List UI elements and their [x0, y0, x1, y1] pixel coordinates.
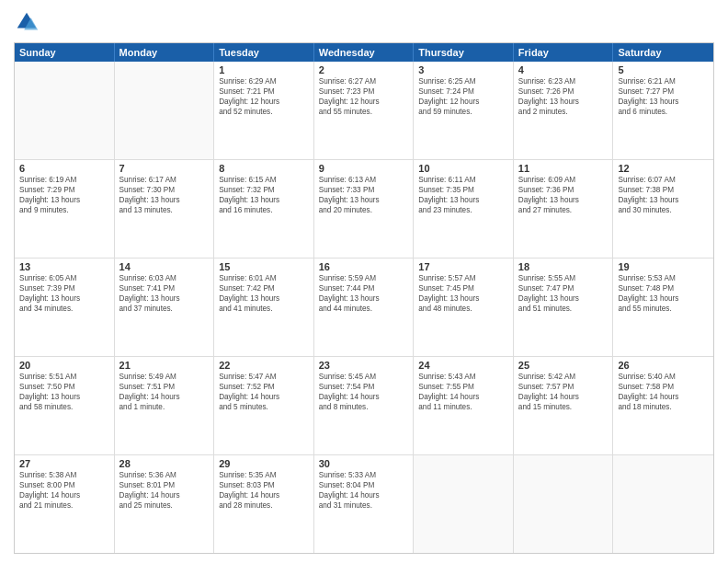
cell-line: and 37 minutes. [119, 304, 210, 314]
calendar-cell-1-3: 9Sunrise: 6:13 AMSunset: 7:33 PMDaylight… [314, 160, 415, 258]
calendar-cell-4-5 [514, 455, 614, 553]
cell-line: Daylight: 13 hours [19, 392, 109, 402]
cell-line: Daylight: 13 hours [219, 195, 309, 205]
cell-line: Sunrise: 5:40 AM [618, 372, 709, 382]
day-number: 4 [518, 64, 609, 75]
cell-line: and 8 minutes. [319, 402, 409, 412]
page: SundayMondayTuesdayWednesdayThursdayFrid… [0, 0, 728, 563]
cell-line: Sunset: 7:47 PM [518, 283, 609, 293]
calendar-cell-3-0: 20Sunrise: 5:51 AMSunset: 7:50 PMDayligh… [15, 357, 115, 454]
cell-line: Daylight: 13 hours [119, 293, 210, 304]
cell-line: and 28 minutes. [219, 500, 309, 511]
cell-line: Sunrise: 6:27 AM [319, 76, 409, 86]
cell-line: and 41 minutes. [219, 304, 309, 314]
weekday-header-thursday: Thursday [414, 43, 514, 62]
cell-line: Daylight: 14 hours [319, 490, 409, 500]
calendar-row-2: 13Sunrise: 6:05 AMSunset: 7:39 PMDayligh… [15, 259, 713, 357]
cell-line: and 44 minutes. [319, 304, 409, 314]
cell-line: Sunrise: 5:57 AM [418, 273, 508, 283]
cell-line: Sunrise: 6:25 AM [418, 76, 508, 86]
calendar-header: SundayMondayTuesdayWednesdayThursdayFrid… [15, 43, 713, 62]
cell-line: Daylight: 14 hours [19, 490, 109, 500]
cell-line: Daylight: 13 hours [618, 195, 709, 205]
calendar-cell-2-2: 15Sunrise: 6:01 AMSunset: 7:42 PMDayligh… [214, 259, 314, 356]
day-number: 6 [19, 163, 109, 174]
cell-line: and 11 minutes. [418, 402, 508, 412]
cell-line: Daylight: 14 hours [219, 490, 309, 500]
cell-line: and 20 minutes. [319, 205, 409, 215]
calendar-cell-4-0: 27Sunrise: 5:38 AMSunset: 8:00 PMDayligh… [15, 455, 115, 553]
weekday-header-wednesday: Wednesday [314, 43, 415, 62]
cell-line: and 55 minutes. [319, 107, 409, 117]
calendar-cell-0-0 [15, 62, 115, 159]
calendar-cell-0-4: 3Sunrise: 6:25 AMSunset: 7:24 PMDaylight… [414, 62, 514, 159]
calendar-row-1: 6Sunrise: 6:19 AMSunset: 7:29 PMDaylight… [15, 160, 713, 259]
cell-line: Sunset: 7:57 PM [518, 382, 609, 392]
cell-line: Daylight: 14 hours [319, 392, 409, 402]
cell-line: and 21 minutes. [19, 500, 109, 511]
cell-line: Daylight: 13 hours [418, 195, 508, 205]
cell-line: and 16 minutes. [219, 205, 309, 215]
day-number: 27 [19, 458, 109, 469]
day-number: 18 [518, 261, 609, 272]
cell-line: and 9 minutes. [19, 205, 109, 215]
calendar-cell-1-5: 11Sunrise: 6:09 AMSunset: 7:36 PMDayligh… [514, 160, 614, 258]
cell-line: Sunrise: 5:33 AM [319, 470, 409, 480]
day-number: 25 [518, 360, 609, 371]
cell-line: and 58 minutes. [19, 402, 109, 412]
cell-line: and 55 minutes. [618, 304, 709, 314]
calendar-cell-3-1: 21Sunrise: 5:49 AMSunset: 7:51 PMDayligh… [115, 357, 215, 454]
cell-line: and 59 minutes. [418, 107, 508, 117]
cell-line: Sunrise: 5:43 AM [418, 372, 508, 382]
cell-line: Daylight: 13 hours [418, 293, 508, 304]
calendar-cell-2-0: 13Sunrise: 6:05 AMSunset: 7:39 PMDayligh… [15, 259, 115, 356]
cell-line: Sunrise: 5:51 AM [19, 372, 109, 382]
cell-line: Daylight: 14 hours [119, 392, 210, 402]
day-number: 23 [319, 360, 409, 371]
cell-line: Daylight: 13 hours [618, 97, 709, 107]
calendar-cell-3-5: 25Sunrise: 5:42 AMSunset: 7:57 PMDayligh… [514, 357, 614, 454]
cell-line: Daylight: 13 hours [319, 195, 409, 205]
cell-line: Sunrise: 5:35 AM [219, 470, 309, 480]
day-number: 14 [119, 261, 210, 272]
day-number: 13 [19, 261, 109, 272]
cell-line: Sunset: 7:51 PM [119, 382, 210, 392]
cell-line: Sunset: 7:39 PM [19, 283, 109, 293]
cell-line: Sunrise: 6:05 AM [19, 273, 109, 283]
cell-line: Sunset: 7:33 PM [319, 185, 409, 195]
weekday-header-monday: Monday [115, 43, 215, 62]
cell-line: Sunrise: 5:45 AM [319, 372, 409, 382]
cell-line: Sunset: 8:00 PM [19, 480, 109, 490]
cell-line: Daylight: 13 hours [19, 293, 109, 304]
calendar-cell-4-4 [414, 455, 514, 553]
day-number: 7 [119, 163, 210, 174]
cell-line: Daylight: 14 hours [618, 392, 709, 402]
cell-line: Sunset: 7:21 PM [219, 86, 309, 97]
day-number: 30 [319, 458, 409, 469]
cell-line: Sunset: 7:50 PM [19, 382, 109, 392]
cell-line: and 18 minutes. [618, 402, 709, 412]
day-number: 26 [618, 360, 709, 371]
cell-line: Sunset: 7:52 PM [219, 382, 309, 392]
calendar-cell-0-2: 1Sunrise: 6:29 AMSunset: 7:21 PMDaylight… [214, 62, 314, 159]
calendar-cell-2-5: 18Sunrise: 5:55 AMSunset: 7:47 PMDayligh… [514, 259, 614, 356]
cell-line: Sunrise: 6:15 AM [219, 175, 309, 185]
calendar-cell-0-1 [115, 62, 215, 159]
logo-icon [14, 9, 40, 35]
calendar-cell-1-0: 6Sunrise: 6:19 AMSunset: 7:29 PMDaylight… [15, 160, 115, 258]
day-number: 16 [319, 261, 409, 272]
day-number: 8 [219, 163, 309, 174]
cell-line: Sunset: 8:04 PM [319, 480, 409, 490]
cell-line: and 1 minute. [119, 402, 210, 412]
cell-line: Sunrise: 5:55 AM [518, 273, 609, 283]
cell-line: Sunrise: 5:53 AM [618, 273, 709, 283]
day-number: 22 [219, 360, 309, 371]
day-number: 3 [418, 64, 508, 75]
cell-line: Sunrise: 6:13 AM [319, 175, 409, 185]
cell-line: Sunset: 7:58 PM [618, 382, 709, 392]
cell-line: Sunrise: 6:23 AM [518, 76, 609, 86]
cell-line: and 5 minutes. [219, 402, 309, 412]
cell-line: Sunrise: 5:38 AM [19, 470, 109, 480]
cell-line: and 34 minutes. [19, 304, 109, 314]
cell-line: and 48 minutes. [418, 304, 508, 314]
